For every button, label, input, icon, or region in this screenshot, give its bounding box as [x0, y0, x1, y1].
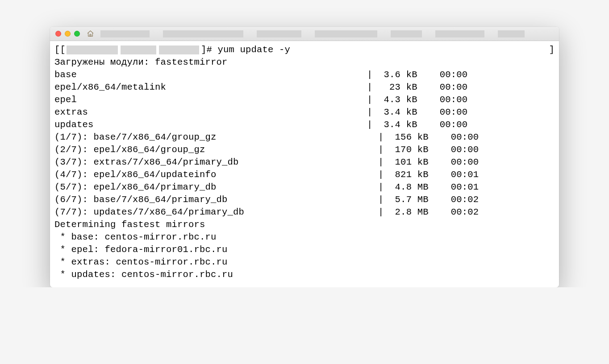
home-icon — [86, 30, 94, 38]
download-row: (5/7): epel/x86_64/primary_db | 4.8 MB 0… — [54, 181, 555, 194]
prompt-trailing-bracket: ] — [549, 44, 555, 56]
download-row: (7/7): updates/7/x86_64/primary_db | 2.8… — [54, 206, 555, 219]
download-row: (6/7): base/7/x86_64/primary_db | 5.7 MB… — [54, 194, 555, 206]
download-row: (3/7): extras/7/x86_64/primary_db | 101 … — [54, 156, 555, 169]
svg-rect-0 — [90, 34, 91, 36]
mirror-line: * extras: centos-mirror.rbc.ru — [54, 256, 555, 269]
window-title-obscured — [100, 29, 554, 38]
mirror-line: * base: centos-mirror.rbc.ru — [54, 231, 555, 244]
repo-row: extras | 3.4 kB 00:00 — [54, 106, 555, 119]
download-row: (2/7): epel/x86_64/group_gz | 170 kB 00:… — [54, 144, 555, 156]
prompt-line: [[]# yum update -y] — [54, 44, 555, 56]
prompt-host-obscured — [121, 46, 156, 54]
mirror-line: * epel: fedora-mirror01.rbc.ru — [54, 244, 555, 256]
download-row: (1/7): base/7/x86_64/group_gz | 156 kB 0… — [54, 131, 555, 144]
terminal-window: [[]# yum update -y]Загружены модули: fas… — [50, 27, 559, 287]
modules-line: Загружены модули: fastestmirror — [54, 56, 555, 69]
prompt-host-obscured — [67, 46, 118, 54]
prompt-prefix: [[ — [54, 44, 66, 56]
repo-row: epel/x86_64/metalink | 23 kB 00:00 — [54, 81, 555, 94]
zoom-button[interactable] — [74, 31, 80, 37]
mirror-line: * updates: centos-mirror.rbc.ru — [54, 269, 555, 281]
repo-row: base | 3.6 kB 00:00 — [54, 69, 555, 81]
prompt-command: ]# yum update -y — [201, 44, 290, 56]
prompt-host-obscured — [159, 46, 199, 54]
minimize-button[interactable] — [65, 31, 71, 37]
download-row: (4/7): epel/x86_64/updateinfo | 821 kB 0… — [54, 169, 555, 181]
repo-row: updates | 3.4 kB 00:00 — [54, 119, 555, 131]
terminal-output[interactable]: [[]# yum update -y]Загружены модули: fas… — [50, 41, 559, 287]
determining-line: Determining fastest mirrors — [54, 219, 555, 231]
window-titlebar — [50, 27, 559, 41]
repo-row: epel | 4.3 kB 00:00 — [54, 94, 555, 106]
close-button[interactable] — [55, 31, 61, 37]
